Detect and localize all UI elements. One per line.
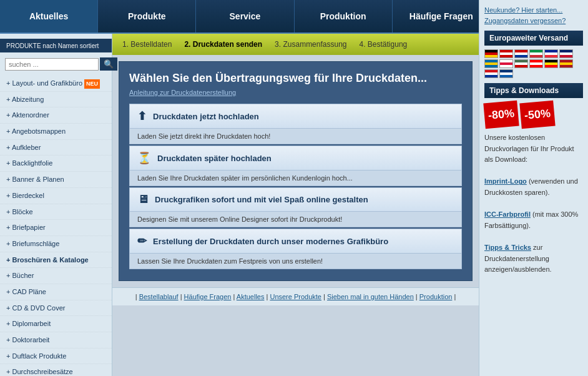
tipps-title: Tipps & Downloads — [484, 83, 583, 98]
nav-item-produktion[interactable]: Produktion — [295, 0, 393, 32]
search-bar: 🔍 — [0, 55, 112, 73]
content-area: 1. Bestelldaten2. Druckdaten senden3. Zu… — [112, 34, 479, 376]
flags-grid — [484, 49, 583, 78]
category-bierdeckel[interactable]: Bierdeckel — [0, 188, 112, 204]
categories-list: Layout- und GrafikbüroNEUAbizeitungAkten… — [0, 76, 112, 376]
content-title: Wählen Sie den Übertragungsweg für Ihre … — [129, 72, 462, 85]
nav-item-service[interactable]: Service — [196, 0, 294, 32]
flag-es[interactable] — [559, 59, 573, 68]
category-abizeitung[interactable]: Abizeitung — [0, 92, 112, 108]
option-header-4: ✏Erstellung der Druckdaten durch unser m… — [130, 229, 461, 254]
option-icon-4: ✏ — [137, 234, 147, 248]
neukunde-link[interactable]: Neukunde? Hier starten... — [484, 6, 562, 14]
breadcrumb-step-2[interactable]: 2. Druckdaten senden — [184, 40, 262, 49]
option-label-1: Druckdaten jetzt hochladen — [153, 112, 259, 121]
footer-link-4[interactable]: Unsere Produkte — [270, 293, 321, 300]
sale-badge-1: -80% — [483, 101, 519, 129]
nav-item-aktuelles[interactable]: Aktuelles — [0, 0, 98, 32]
option-header-3: 🖥Druckgrafiken sofort und mit viel Spaß … — [130, 188, 461, 212]
option-body-2: Laden Sie Ihre Druckdaten später im pers… — [130, 171, 461, 186]
flag-hu[interactable] — [514, 59, 528, 68]
option-body-3: Designen Sie mit unserem Online Designer… — [130, 212, 461, 227]
category-aufkleber[interactable]: Aufkleber — [0, 140, 112, 156]
flag-uk[interactable] — [559, 49, 573, 58]
icc-farbprofil-link[interactable]: ICC-Farbprofil — [484, 210, 531, 218]
nav-item-häufige-fragen[interactable]: Häufige Fragen — [393, 0, 491, 32]
category-angebotsmappen[interactable]: Angebotsmappen — [0, 124, 112, 140]
europaversand-title: Europaweiter Versand — [484, 31, 583, 46]
category-b-cher[interactable]: Bücher — [0, 268, 112, 284]
option-header-2: ⏳Druckdaten später hochladen — [130, 146, 461, 171]
flag-fr[interactable] — [544, 49, 558, 58]
left-sidebar: PRODUKTE nach Namen sortiert 🔍 Layout- u… — [0, 34, 112, 376]
footer-link-5[interactable]: Sieben mal in guten Händen — [327, 293, 414, 300]
breadcrumb-bar: 1. Bestelldaten2. Druckdaten senden3. Zu… — [112, 34, 479, 55]
flag-se[interactable] — [484, 59, 498, 68]
flag-nl[interactable] — [514, 49, 528, 58]
flag-pl[interactable] — [499, 59, 513, 68]
content-box: Wählen Sie den Übertragungsweg für Ihre … — [119, 61, 473, 281]
category-duftlack&produkte[interactable]: Duftlack Produkte — [0, 349, 112, 365]
flag-de[interactable] — [484, 49, 498, 58]
neukunde-text: Neukunde? Hier starten... Zugangsdaten v… — [484, 5, 583, 26]
category-cad&pl-ne[interactable]: CAD Pläne — [0, 284, 112, 300]
option-card-4[interactable]: ✏Erstellung der Druckdaten durch unser m… — [129, 229, 462, 269]
download-links: Unsere kostenlosen Druckvorlagen für Ihr… — [484, 132, 583, 275]
nav-item-produkte[interactable]: Produkte — [98, 0, 196, 32]
category-briefpapier[interactable]: Briefpapier — [0, 220, 112, 236]
footer-link-3[interactable]: Aktuelles — [237, 293, 265, 300]
breadcrumb-step-3[interactable]: 3. Zusammenfassung — [275, 40, 346, 49]
breadcrumb-step-1[interactable]: 1. Bestelldaten — [122, 40, 172, 49]
options-list: ⬆Druckdaten jetzt hochladenLaden Sie jet… — [129, 104, 462, 269]
footer-link-6[interactable]: Produktion — [419, 293, 453, 300]
category-brosch-ren&&&kataloge[interactable]: Broschüren & Kataloge — [0, 252, 112, 269]
option-icon-2: ⏳ — [137, 151, 151, 165]
breadcrumb-step-4[interactable]: 4. Bestätigung — [360, 40, 408, 49]
sale-container: -80% -50% — [484, 102, 583, 127]
option-header-1: ⬆Druckdaten jetzt hochladen — [130, 104, 461, 129]
footer-link-1[interactable]: Bestellablauf — [139, 293, 179, 300]
flag-be[interactable] — [544, 59, 558, 68]
option-card-3[interactable]: 🖥Druckgrafiken sofort und mit viel Spaß … — [129, 187, 462, 227]
search-input[interactable] — [5, 58, 99, 71]
option-card-2[interactable]: ⏳Druckdaten später hochladenLaden Sie Ih… — [129, 146, 462, 186]
option-body-4: Lassen Sie Ihre Druckdaten zum Festpreis… — [130, 254, 461, 269]
option-label-4: Erstellung der Druckdaten durch unser mo… — [153, 237, 388, 246]
category-backlightfolie[interactable]: Backlightfolie — [0, 156, 112, 172]
footer-links: | Bestellablauf | Häufige Fragen | Aktue… — [112, 287, 479, 305]
sale-badge-2: -50% — [519, 101, 555, 129]
imprint-logo-link[interactable]: Imprint-Logo — [484, 177, 527, 185]
flag-cz[interactable] — [484, 69, 498, 78]
flag-gr[interactable] — [499, 69, 513, 78]
flag-at[interactable] — [499, 49, 513, 58]
category-briefumschl-ge[interactable]: Briefumschläge — [0, 236, 112, 252]
products-header: PRODUKTE nach Namen sortiert — [0, 39, 112, 52]
category-cd&&&dvd&cover[interactable]: CD & DVD Cover — [0, 300, 112, 317]
option-body-1: Laden Sie jetzt direkt ihre Druckdaten h… — [130, 129, 461, 144]
footer-link-2[interactable]: Häufige Fragen — [184, 293, 232, 300]
main-wrap: PRODUKTE nach Namen sortiert 🔍 Layout- u… — [0, 34, 479, 376]
content-link[interactable]: Anleitung zur Druckdatenerstellung — [129, 89, 462, 96]
category-aktenordner[interactable]: Aktenordner — [0, 107, 112, 124]
category-banner&&&planen[interactable]: Banner & Planen — [0, 172, 112, 188]
category-layout-&und&grafikb-ro[interactable]: Layout- und GrafikbüroNEU — [0, 76, 112, 92]
option-label-3: Druckgrafiken sofort und mit viel Spaß o… — [155, 195, 368, 204]
flag-it[interactable] — [529, 49, 543, 58]
category-bl-cke[interactable]: Blöcke — [0, 204, 112, 220]
option-card-1[interactable]: ⬆Druckdaten jetzt hochladenLaden Sie jet… — [129, 104, 462, 144]
right-sidebar: Neukunde? Hier starten... Zugangsdaten v… — [479, 0, 588, 376]
option-label-2: Druckdaten später hochladen — [157, 154, 272, 163]
category-doktorarbeit[interactable]: Doktorarbeit — [0, 332, 112, 349]
option-icon-3: 🖥 — [137, 193, 149, 206]
option-icon-1: ⬆ — [137, 109, 147, 123]
tipps-tricks-link[interactable]: Tipps & Tricks — [484, 244, 531, 251]
category-diplomarbeit[interactable]: Diplomarbeit — [0, 316, 112, 332]
flag-ch[interactable] — [529, 59, 543, 68]
category-durchschreibes-tze[interactable]: Durchschreibesätze — [0, 364, 112, 376]
zugangsdaten-link[interactable]: Zugangsdaten vergessen? — [484, 17, 566, 24]
